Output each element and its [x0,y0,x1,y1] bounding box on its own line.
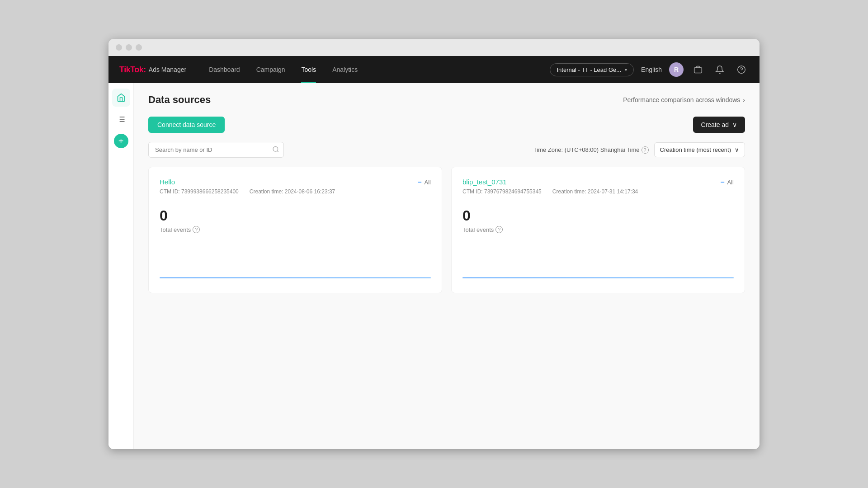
card2-metric-label-text: Total events [462,226,494,233]
card2-minus-icon: – [721,178,725,186]
page-title: Data sources [148,94,211,106]
card2-metric-label: Total events ? [462,226,734,233]
timezone-info-icon[interactable]: ? [642,146,649,154]
card1-all-badge[interactable]: – All [418,178,431,186]
card1-metric: 0 Total events ? [160,207,431,233]
browser-dot-3 [136,44,142,51]
filter-bar: Time Zone: (UTC+08:00) Shanghai Time ? C… [148,142,745,158]
card2-chart-line [462,277,734,278]
timezone-label: Time Zone: (UTC+08:00) Shanghai Time [533,146,640,153]
user-avatar[interactable]: R [669,62,684,77]
account-selector-chevron: ▾ [625,67,627,72]
sidebar: + [108,83,134,449]
help-icon[interactable] [734,62,749,77]
card1-chart-line [160,277,431,278]
bell-icon[interactable] [712,62,727,77]
app-body: + Data sources Performance comparison ac… [108,83,760,449]
svg-point-9 [273,146,278,151]
sort-chevron: ∨ [735,146,739,153]
card2-metric-value: 0 [462,207,734,224]
brand-name: TikTok [119,65,143,74]
create-ad-label: Create ad [701,121,729,128]
create-ad-chevron: ∨ [732,121,737,128]
browser-dot-2 [126,44,132,51]
brand-colon: : [143,65,146,74]
account-name: Internal - TT - Lead Ge... [557,66,621,73]
timezone-info: Time Zone: (UTC+08:00) Shanghai Time ? [533,146,649,154]
nav-tools[interactable]: Tools [293,56,324,83]
browser-dot-1 [116,44,122,51]
card1-metric-label: Total events ? [160,226,431,233]
search-input[interactable] [148,142,284,158]
cards-grid: – All Hello CTM ID: 7399938666258235400 … [148,167,745,293]
briefcase-icon[interactable] [691,62,705,77]
performance-comparison-link[interactable]: Performance comparison across windows › [623,96,745,103]
sidebar-add-button[interactable]: + [114,134,128,148]
card1-ctm-id: CTM ID: 7399938666258235400 [160,188,239,195]
card2-creation-time: Creation time: 2024-07-31 14:17:34 [552,188,638,195]
card2-metric-info-icon[interactable]: ? [495,226,503,233]
card2-meta: CTM ID: 7397679824694755345 Creation tim… [462,188,734,195]
search-icon [272,145,279,154]
create-ad-button[interactable]: Create ad ∨ [693,117,745,133]
account-selector[interactable]: Internal - TT - Lead Ge... ▾ [550,63,634,76]
card2-metric: 0 Total events ? [462,207,734,233]
sort-label: Creation time (most recent) [660,146,731,153]
card1-metric-value: 0 [160,207,431,224]
svg-line-10 [277,150,278,152]
browser-chrome [108,39,760,56]
search-box [148,142,284,158]
brand-logo: TikTok: [119,65,146,75]
perf-link-chevron: › [743,96,745,103]
connect-data-source-button[interactable]: Connect data source [148,117,225,133]
data-card-1: – All Hello CTM ID: 7399938666258235400 … [148,167,442,293]
card2-title[interactable]: blip_test_0731 [462,178,734,186]
card2-badge-label: All [727,179,734,186]
data-card-2: – All blip_test_0731 CTM ID: 73976798246… [451,167,745,293]
language-selector[interactable]: English [641,66,662,73]
sort-dropdown[interactable]: Creation time (most recent) ∨ [654,142,745,157]
toolbar: Connect data source Create ad ∨ [148,117,745,133]
card1-metric-info-icon[interactable]: ? [193,226,200,233]
main-content: Data sources Performance comparison acro… [134,83,760,449]
card1-badge-label: All [425,179,431,186]
nav-campaign[interactable]: Campaign [248,56,293,83]
brand-logo-area: TikTok: Ads Manager [119,65,186,75]
card1-minus-icon: – [418,178,422,186]
page-header: Data sources Performance comparison acro… [148,94,745,106]
card1-meta: CTM ID: 7399938666258235400 Creation tim… [160,188,431,195]
browser-window: TikTok: Ads Manager Dashboard Campaign T… [108,39,760,449]
ads-manager-label: Ads Manager [149,66,186,73]
card1-metric-label-text: Total events [160,226,191,233]
card2-ctm-id: CTM ID: 7397679824694755345 [462,188,542,195]
filter-right: Time Zone: (UTC+08:00) Shanghai Time ? C… [533,142,745,157]
svg-point-1 [738,66,745,74]
top-navigation: TikTok: Ads Manager Dashboard Campaign T… [108,56,760,83]
nav-dashboard[interactable]: Dashboard [201,56,248,83]
nav-right-area: Internal - TT - Lead Ge... ▾ English R [550,62,749,77]
nav-links: Dashboard Campaign Tools Analytics [201,56,550,83]
sidebar-item-home[interactable] [112,89,130,107]
card2-chart-area [462,240,734,282]
card2-all-badge[interactable]: – All [721,178,734,186]
nav-analytics[interactable]: Analytics [324,56,366,83]
svg-rect-0 [694,68,702,73]
perf-link-text: Performance comparison across windows [623,96,740,103]
card1-chart-area [160,240,431,282]
card1-creation-time: Creation time: 2024-08-06 16:23:37 [250,188,335,195]
sidebar-item-list[interactable] [112,110,130,128]
card1-title[interactable]: Hello [160,178,431,186]
